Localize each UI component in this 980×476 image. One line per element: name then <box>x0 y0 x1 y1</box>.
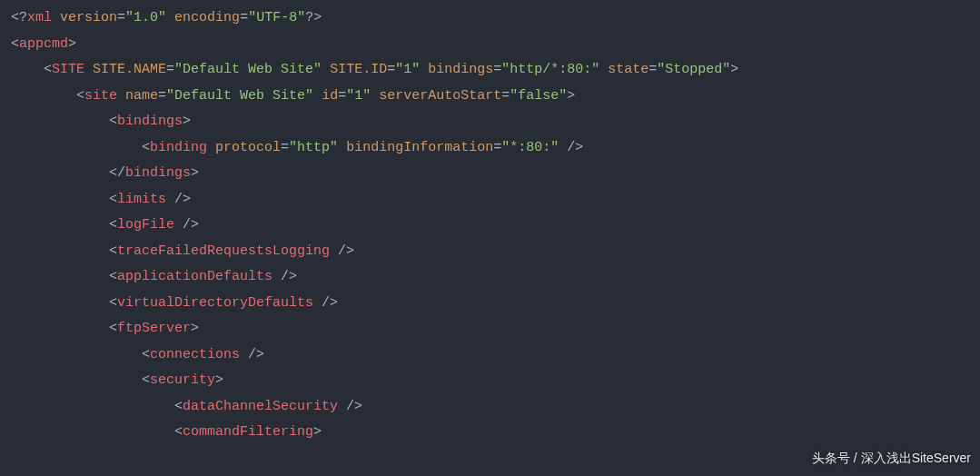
token-st: "1" <box>346 88 371 104</box>
token-p: < <box>11 243 117 259</box>
token-p: < <box>11 114 117 129</box>
token-p: = <box>117 10 125 25</box>
token-p: = <box>166 62 174 77</box>
token-at: encoding <box>174 10 240 25</box>
token-tg: xml <box>27 10 52 25</box>
token-p: < <box>11 321 117 336</box>
code-line: <commandFiltering> <box>11 420 969 446</box>
watermark: 头条号 / 深入浅出SiteServer <box>812 446 971 471</box>
code-block: <?xml version="1.0" encoding="UTF-8"?><a… <box>0 0 980 451</box>
token-p <box>52 10 60 25</box>
token-tg: site <box>84 88 117 104</box>
token-at: SITE.ID <box>330 62 387 77</box>
token-p: > <box>191 321 199 336</box>
token-p: > <box>191 165 199 181</box>
token-p: = <box>493 62 501 77</box>
token-p: /> <box>313 295 338 311</box>
token-p: /> <box>166 192 191 207</box>
token-p <box>117 88 125 104</box>
token-p <box>166 10 174 25</box>
token-p: < <box>11 295 117 311</box>
code-line: <bindings> <box>11 109 969 135</box>
token-p: /> <box>272 269 297 284</box>
token-at: id <box>322 88 338 104</box>
token-p: > <box>68 36 76 52</box>
code-line: <dataChannelSecurity /> <box>11 394 969 421</box>
token-at: version <box>60 10 117 25</box>
token-p: = <box>281 140 289 155</box>
token-p <box>84 62 93 77</box>
token-tg: bindings <box>125 165 191 181</box>
token-p: /> <box>330 243 354 259</box>
token-tg: dataChannelSecurity <box>183 399 338 414</box>
token-tg: limits <box>117 192 166 207</box>
token-p: = <box>158 88 166 104</box>
token-p: < <box>11 62 52 77</box>
token-p <box>371 88 379 104</box>
token-p <box>599 62 608 77</box>
token-at: name <box>125 88 158 104</box>
code-line: <security> <box>11 368 969 394</box>
code-line: <site name="Default Web Site" id="1" ser… <box>11 84 969 110</box>
token-p: < <box>11 140 150 155</box>
token-tg: applicationDefaults <box>117 269 272 284</box>
token-tg: virtualDirectoryDefaults <box>117 295 313 311</box>
token-tg: connections <box>150 347 240 362</box>
code-line: <appcmd> <box>11 32 969 58</box>
token-p: /> <box>338 399 362 414</box>
token-p: < <box>11 372 150 388</box>
code-line: <traceFailedRequestsLogging /> <box>11 239 969 265</box>
token-p: < <box>11 269 117 284</box>
token-p: < <box>11 88 84 104</box>
token-p <box>338 140 346 155</box>
token-tg: commandFiltering <box>183 424 313 440</box>
token-p: < <box>11 192 117 207</box>
token-p: = <box>648 62 657 77</box>
token-p: = <box>493 140 501 155</box>
token-st: "http" <box>289 140 338 155</box>
token-at: protocol <box>215 140 281 155</box>
token-p: < <box>11 424 183 440</box>
token-p <box>322 62 330 77</box>
token-tg: bindings <box>117 114 183 129</box>
token-st: "http/*:80:" <box>501 62 599 77</box>
token-st: "1" <box>395 62 420 77</box>
token-p: > <box>215 372 223 388</box>
token-tg: appcmd <box>19 36 68 52</box>
code-line: <applicationDefaults /> <box>11 264 969 291</box>
token-tg: ftpServer <box>117 321 191 336</box>
token-p: /> <box>174 217 199 233</box>
token-p: <? <box>11 10 27 25</box>
code-line: <ftpServer> <box>11 316 969 342</box>
token-p: < <box>11 347 150 362</box>
token-st: "false" <box>510 88 567 104</box>
token-tg: binding <box>150 140 207 155</box>
token-p: < <box>11 399 183 414</box>
token-p: = <box>501 88 510 104</box>
token-p: > <box>183 114 191 129</box>
token-p <box>313 88 322 104</box>
token-at: state <box>608 62 648 77</box>
token-st: "UTF-8" <box>248 10 305 25</box>
token-p: /> <box>559 140 583 155</box>
token-tg: logFile <box>117 217 174 233</box>
code-line: <virtualDirectoryDefaults /> <box>11 291 969 317</box>
token-p: > <box>730 62 738 77</box>
token-p: ?> <box>305 10 322 25</box>
token-p <box>207 140 215 155</box>
code-line: <?xml version="1.0" encoding="UTF-8"?> <box>11 5 969 32</box>
code-line: <limits /> <box>11 187 969 213</box>
token-tg: SITE <box>52 62 84 77</box>
token-p <box>420 62 428 77</box>
code-line: </bindings> <box>11 161 969 187</box>
token-st: "*:80:" <box>501 140 559 155</box>
token-p: < <box>11 217 117 233</box>
token-at: bindings <box>428 62 493 77</box>
token-at: bindingInformation <box>346 140 493 155</box>
code-line: <logFile /> <box>11 213 969 239</box>
token-p: > <box>313 424 322 440</box>
token-at: serverAutoStart <box>379 88 501 104</box>
token-p: < <box>11 36 19 52</box>
token-p: = <box>387 62 395 77</box>
token-st: "Stopped" <box>657 62 730 77</box>
